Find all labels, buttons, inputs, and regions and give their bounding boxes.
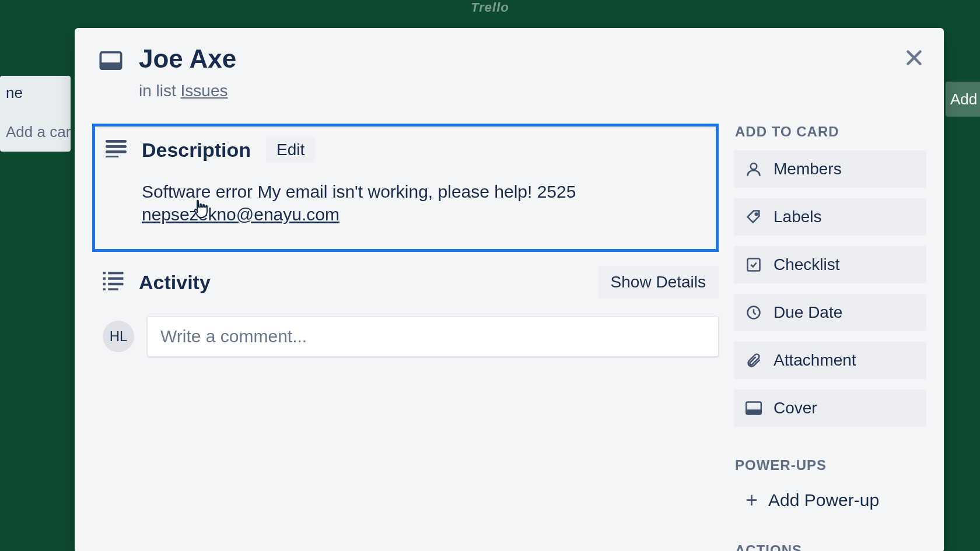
svg-rect-7 (106, 156, 119, 157)
card-header: Joe Axe in list Issues (92, 44, 926, 100)
svg-rect-4 (106, 140, 127, 143)
background-list-card: ne Add a card (0, 76, 71, 152)
svg-rect-9 (108, 272, 123, 274)
checklist-label: Checklist (774, 255, 840, 274)
labels-icon (746, 209, 762, 225)
add-power-up-button[interactable]: + Add Power-up (734, 484, 926, 517)
card-list-location: in list Issues (139, 82, 236, 100)
background-list-title-fragment: ne (6, 84, 65, 102)
user-avatar[interactable]: HL (103, 321, 134, 352)
add-power-up-label: Add Power-up (768, 490, 879, 510)
plus-icon: + (746, 490, 758, 511)
members-icon (746, 161, 762, 177)
attachment-button[interactable]: Attachment (734, 342, 926, 379)
power-ups-heading: POWER-UPS (735, 457, 926, 473)
card-icon (99, 51, 123, 72)
members-label: Members (774, 160, 842, 178)
description-section: Description Edit Software error My email… (92, 124, 719, 252)
svg-point-16 (751, 163, 757, 170)
close-button[interactable] (898, 42, 930, 73)
description-email-link[interactable]: nepsezekno@enayu.com (142, 205, 340, 224)
due-date-label: Due Date (774, 303, 842, 322)
svg-rect-8 (103, 272, 106, 274)
due-date-icon (746, 304, 762, 321)
description-body: Software error My email isn't working, p… (142, 182, 576, 201)
actions-heading: ACTIONS (735, 542, 926, 551)
activity-heading: Activity (139, 271, 211, 294)
activity-icon (103, 272, 124, 293)
list-link[interactable]: Issues (181, 82, 228, 100)
due-date-button[interactable]: Due Date (734, 294, 926, 331)
members-button[interactable]: Members (734, 150, 926, 188)
close-icon (904, 47, 925, 68)
svg-rect-6 (106, 150, 127, 153)
labels-button[interactable]: Labels (734, 198, 926, 236)
checklist-icon (746, 257, 762, 273)
svg-rect-12 (103, 283, 106, 285)
card-dialog: Joe Axe in list Issues Description Edit … (75, 28, 944, 551)
svg-point-17 (755, 213, 758, 215)
activity-section: Activity Show Details HL (92, 260, 719, 357)
background-add-list-fragment: Add (946, 82, 980, 117)
svg-rect-14 (103, 288, 106, 290)
comment-input[interactable] (147, 316, 719, 357)
in-list-prefix: in list (139, 82, 181, 100)
card-sidebar: ADD TO CARD Members Labels Checklist (734, 124, 926, 551)
cover-button[interactable]: Cover (734, 389, 926, 427)
svg-rect-18 (748, 259, 760, 271)
edit-description-button[interactable]: Edit (266, 137, 315, 163)
svg-rect-13 (108, 283, 123, 285)
checklist-button[interactable]: Checklist (734, 246, 926, 283)
cover-icon (746, 400, 762, 416)
add-to-card-heading: ADD TO CARD (735, 124, 926, 140)
svg-rect-5 (106, 145, 127, 148)
attachment-label: Attachment (774, 351, 856, 370)
cover-label: Cover (774, 399, 817, 417)
description-text[interactable]: Software error My email isn't working, p… (142, 180, 689, 226)
card-title[interactable]: Joe Axe (139, 44, 236, 73)
svg-rect-3 (100, 62, 121, 69)
svg-rect-15 (108, 288, 118, 290)
svg-rect-11 (108, 277, 123, 279)
svg-rect-21 (746, 409, 761, 414)
brand-logo: Trello (0, 0, 980, 10)
show-details-button[interactable]: Show Details (598, 266, 719, 299)
background-add-card-fragment: Add a card (6, 123, 65, 141)
attachment-icon (746, 352, 762, 368)
svg-rect-10 (103, 277, 106, 279)
description-icon (106, 140, 127, 160)
labels-label: Labels (774, 208, 822, 226)
description-heading: Description (142, 139, 251, 162)
